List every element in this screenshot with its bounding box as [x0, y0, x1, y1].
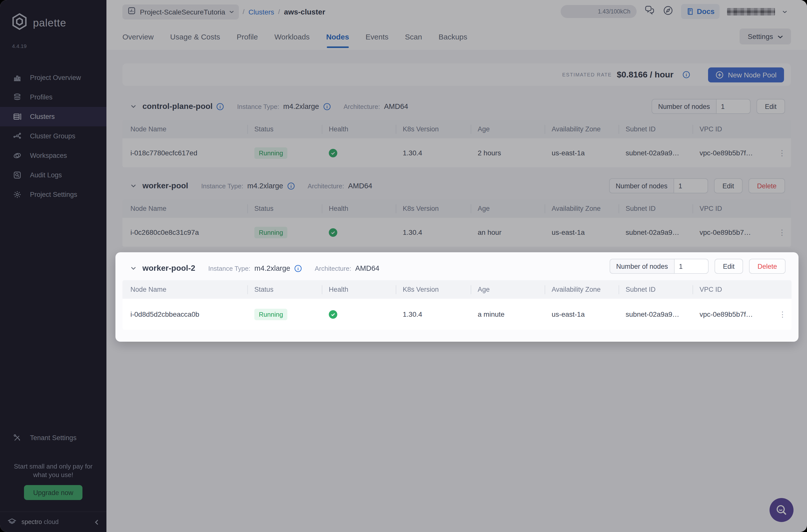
sidebar-item-label: Project Settings [30, 191, 77, 198]
tab-events[interactable]: Events [365, 23, 389, 50]
sidebar-item-label: Tenant Settings [30, 434, 76, 442]
footer-brand-word: spectro [21, 518, 42, 526]
collapse-chevron-icon[interactable] [130, 265, 136, 271]
number-of-nodes-label: Number of nodes [609, 259, 674, 274]
sidebar-collapse-icon[interactable] [94, 518, 99, 526]
node-k8s-version: 1.30.4 [403, 310, 478, 318]
tab-nodes[interactable]: Nodes [326, 23, 349, 50]
brand-name: palette [33, 17, 66, 29]
col-node-name: Node Name [130, 126, 254, 133]
user-menu-chevron-icon[interactable] [783, 9, 787, 14]
col-availability-zone: Availability Zone [552, 205, 626, 212]
table-row: i-0c2680c0e8c31c97a Running 1.30.4 an ho… [123, 218, 791, 247]
sidebar-item-label: Clusters [30, 113, 55, 120]
upgrade-now-button[interactable]: Upgrade now [24, 485, 82, 500]
node-vpc: vpc-0e89b5b7… [699, 228, 791, 236]
col-vpc-id: VPC ID [699, 205, 791, 212]
search-fab-button[interactable] [770, 498, 793, 522]
tab-overview[interactable]: Overview [123, 23, 154, 50]
row-menu-icon[interactable]: ⋮ [778, 313, 787, 316]
sidebar-item-project-settings[interactable]: Project Settings [0, 185, 107, 204]
node-name: i-0d8d5d2cbbeacca0b [130, 310, 254, 318]
node-status: Running [254, 227, 329, 238]
compass-icon[interactable] [662, 5, 673, 18]
col-health: Health [329, 126, 403, 133]
estimated-rate-label: ESTIMATED RATE [562, 72, 612, 77]
tab-backups[interactable]: Backups [438, 23, 467, 50]
docs-label: Docs [697, 7, 715, 16]
col-k8s-version: K8s Version [403, 205, 478, 212]
collapse-chevron-icon[interactable] [130, 183, 136, 189]
credits-usage-pill[interactable]: 1.43/100kCh [560, 5, 636, 18]
number-of-nodes-input[interactable] [716, 99, 750, 114]
chevron-down-icon [777, 34, 783, 39]
pool-name: control-plane-pool [143, 102, 213, 111]
chat-icon[interactable] [644, 5, 655, 18]
row-menu-icon[interactable]: ⋮ [778, 231, 786, 233]
tab-usage-costs[interactable]: Usage & Costs [170, 23, 220, 50]
col-status: Status [254, 126, 329, 133]
status-badge: Running [254, 147, 287, 158]
book-icon [686, 7, 694, 16]
server-icon [13, 112, 21, 121]
info-icon[interactable] [217, 103, 224, 110]
delete-pool-button[interactable]: Delete [749, 259, 786, 274]
user-name-redacted[interactable] [727, 8, 775, 15]
new-node-pool-button[interactable]: New Node Pool [708, 67, 784, 82]
number-of-nodes-input[interactable] [673, 178, 708, 193]
instance-type-value: m4.2xlarge [247, 182, 283, 190]
col-k8s-version: K8s Version [403, 286, 478, 293]
settings-button[interactable]: Settings [740, 28, 791, 44]
sidebar-item-cluster-groups[interactable]: Cluster Groups [0, 126, 107, 146]
instance-type-value: m4.2xlarge [283, 102, 319, 110]
col-status: Status [254, 286, 329, 293]
sidebar-item-label: Profiles [30, 93, 53, 101]
edit-pool-button[interactable]: Edit [714, 178, 743, 193]
pool-header-worker-pool: worker-pool Instance Type: m4.2xlarge Ar… [123, 176, 791, 196]
tab-profile[interactable]: Profile [237, 23, 258, 50]
instance-type-label: Instance Type: [201, 182, 243, 190]
breadcrumb-project: Project-ScaleSecureTutoria [140, 8, 225, 16]
gear-icon [13, 190, 21, 199]
node-subnet: subnet-02a9a9… [626, 228, 699, 236]
node-az: us-east-1a [552, 149, 626, 157]
number-of-nodes-input[interactable] [674, 259, 708, 274]
sidebar-item-clusters[interactable]: Clusters [0, 107, 107, 126]
architecture-value: AMD64 [355, 264, 379, 272]
col-age: Age [478, 126, 552, 133]
breadcrumb-clusters-link[interactable]: Clusters [249, 8, 274, 16]
sidebar-item-workspaces[interactable]: Workspaces [0, 146, 107, 165]
tab-workloads[interactable]: Workloads [274, 23, 309, 50]
info-icon[interactable] [682, 71, 690, 78]
sidebar-item-project-overview[interactable]: Project Overview [0, 68, 107, 88]
tab-scan[interactable]: Scan [405, 23, 422, 50]
delete-pool-button[interactable]: Delete [749, 178, 785, 193]
row-menu-icon[interactable]: ⋮ [778, 152, 786, 154]
table-header-row: Node Name Status Health K8s Version Age … [123, 199, 791, 218]
pool-controls: Number of nodes Edit [652, 99, 785, 114]
col-status: Status [254, 205, 329, 212]
col-availability-zone: Availability Zone [552, 126, 626, 133]
instance-type-label: Instance Type: [237, 103, 279, 110]
spectro-cloud-logo-icon [7, 516, 17, 528]
tutorial-spotlight-worker-pool-2: worker-pool-2 Instance Type: m4.2xlarge … [115, 252, 799, 342]
collapse-chevron-icon[interactable] [130, 103, 136, 109]
info-icon[interactable] [323, 103, 331, 110]
col-subnet-id: Subnet ID [626, 205, 699, 212]
sidebar-item-tenant-settings[interactable]: Tenant Settings [0, 428, 107, 448]
project-scope-selector[interactable]: Project-ScaleSecureTutoria [123, 4, 239, 19]
info-icon[interactable] [294, 265, 302, 272]
new-node-pool-label: New Node Pool [728, 71, 776, 79]
edit-pool-button[interactable]: Edit [714, 259, 743, 274]
node-age: 2 hours [478, 149, 552, 157]
edit-pool-button[interactable]: Edit [756, 99, 785, 114]
sidebar-item-profiles[interactable]: Profiles [0, 88, 107, 107]
info-icon[interactable] [287, 182, 295, 190]
col-age: Age [478, 205, 552, 212]
sidebar-item-label: Cluster Groups [30, 132, 75, 140]
breadcrumb-separator: / [243, 8, 244, 16]
node-health [329, 228, 403, 236]
col-subnet-id: Subnet ID [626, 126, 699, 133]
sidebar-item-audit-logs[interactable]: Audit Logs [0, 165, 107, 185]
docs-button[interactable]: Docs [681, 4, 719, 19]
